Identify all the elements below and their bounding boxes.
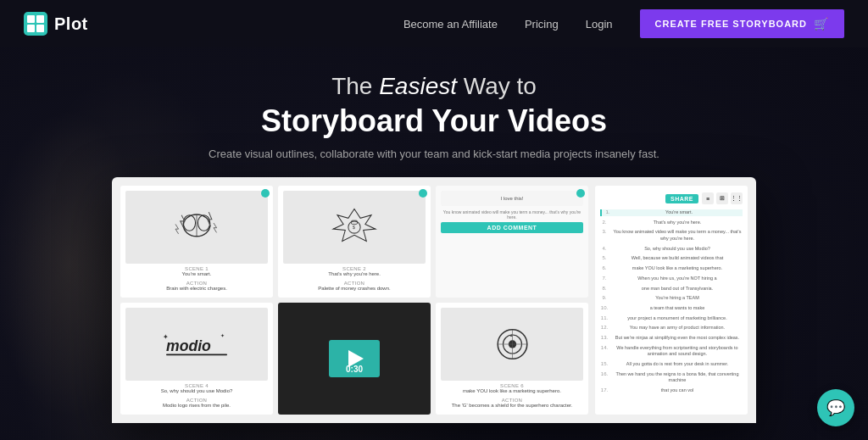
script-line-12: You may have an army of product informat…: [612, 325, 743, 331]
script-item-15: 15. All you gotta do is rest from your d…: [600, 361, 743, 368]
create-storyboard-button[interactable]: CREATE FREE STORYBOARD 🛒: [640, 9, 844, 38]
chat-bubble-button[interactable]: 💬: [817, 389, 854, 426]
hero-title-em: Easiest: [379, 73, 457, 99]
script-num-8: 8.: [600, 286, 609, 291]
script-icons: ≡ ⊞ ⋮⋮: [702, 192, 743, 204]
script-item-14: 14. We handle everything from scriptwrit…: [600, 345, 743, 358]
script-item-12: 12. You may have an army of product info…: [600, 325, 743, 331]
script-line-6: make YOU look like a marketing superhero…: [612, 265, 743, 272]
script-num-11: 11.: [600, 315, 609, 320]
superhero-icon: ▲: [489, 324, 536, 365]
story-cell-6: ▲ SCENE 6 make YOU look like a marketing…: [436, 303, 588, 415]
script-line-10: a team that wants to make: [612, 305, 743, 312]
cell-1-text: You're smart.: [125, 271, 268, 278]
comment-bubble: I love this!: [441, 191, 583, 206]
machine-icon: $: [329, 206, 380, 248]
script-num-9: 9.: [600, 295, 609, 300]
script-num-12: 12.: [600, 325, 609, 330]
cart-icon: 🛒: [814, 17, 829, 31]
script-item-6: 6. make YOU look like a marketing superh…: [600, 265, 743, 272]
script-line-7: When you hire us, you're NOT hiring a: [612, 276, 743, 282]
cell-6-action-text: The 'G' becomes a shield for the superhe…: [441, 403, 583, 409]
script-list: 1. You're smart. 2. That's why you're he…: [600, 209, 743, 394]
nav-pricing-link[interactable]: Pricing: [525, 18, 559, 31]
dashboard-preview: SCENE 1 You're smart. ACTION Brain with …: [112, 177, 756, 423]
script-num-16: 16.: [600, 371, 609, 376]
svg-text:modio: modio: [166, 338, 211, 355]
script-line-8: one man band out of Transylvania.: [612, 286, 743, 292]
script-header: SHARE ≡ ⊞ ⋮⋮: [600, 192, 743, 204]
script-item-8: 8. one man band out of Transylvania.: [600, 286, 743, 292]
script-item-11: 11. your project a monument of marketing…: [600, 315, 743, 322]
add-comment-button[interactable]: ADD COMMENT: [441, 222, 583, 233]
script-item-1: 1. You're smart.: [600, 209, 743, 216]
script-item-2: 2. That's why you're here.: [600, 220, 743, 226]
nav-affiliate-link[interactable]: Become an Affiliate: [403, 18, 498, 31]
svg-text:✦: ✦: [163, 333, 169, 341]
script-num-1: 1.: [604, 209, 612, 214]
logo[interactable]: Plot: [24, 12, 88, 36]
hero-title-line1: The Easiest Way to: [0, 73, 868, 100]
logo-dot-1: [27, 15, 35, 23]
grid-view-icon[interactable]: ⊞: [716, 192, 728, 204]
script-line-16: Then we hand you the reigns to a bona fi…: [612, 371, 743, 384]
cell-1-image: [125, 191, 268, 264]
script-num-15: 15.: [600, 361, 609, 366]
script-num-14: 14.: [600, 345, 609, 350]
script-item-7: 7. When you hire us, you're NOT hiring a: [600, 276, 743, 282]
logo-icon: [24, 12, 47, 36]
story-cell-5: 0:30: [278, 303, 431, 415]
cell-4-action-text: Modio logo rises from the pile.: [125, 403, 268, 409]
script-line-11: your project a monument of marketing bri…: [612, 315, 743, 322]
story-cell-3: I love this! You know animated video wil…: [436, 186, 588, 298]
cell-2-image: $: [283, 191, 426, 264]
cell-4-text: So, why should you use Modio?: [125, 388, 268, 395]
script-num-6: 6.: [600, 265, 609, 270]
script-num-7: 7.: [600, 276, 609, 281]
script-line-15: All you gotta do is rest from your desk …: [612, 361, 743, 368]
script-item-3: 3. You know animated video will make you…: [600, 229, 743, 242]
svg-text:▲: ▲: [509, 332, 513, 337]
storyboard-grid: SCENE 1 You're smart. ACTION Brain with …: [120, 186, 588, 415]
nav-login-link[interactable]: Login: [586, 18, 613, 31]
video-duration: 0:30: [346, 365, 363, 374]
script-num-4: 4.: [600, 246, 609, 251]
script-line-3: You know animated video will make you te…: [612, 229, 743, 242]
cell-badge-3: [576, 189, 585, 198]
cell-4-image: modio ✦ ✦: [125, 308, 268, 381]
script-item-9: 9. You're hiring a TEAM: [600, 295, 743, 302]
share-badge[interactable]: SHARE: [665, 194, 698, 203]
script-line-1: You're smart.: [615, 209, 743, 216]
comment-subtext: You know animated video will make you te…: [441, 209, 583, 220]
logo-dot-4: [36, 25, 44, 32]
story-cell-2: $ SCENE 2 That's why you're here. ACTION…: [278, 186, 431, 298]
cta-label: CREATE FREE STORYBOARD: [655, 19, 807, 29]
navbar: Plot Become an Affiliate Pricing Login C…: [0, 0, 868, 47]
script-line-2: That's why you're here.: [612, 220, 743, 226]
chat-icon: 💬: [826, 398, 845, 417]
cell-6-image: ▲: [441, 308, 583, 381]
hero-title-line2: Storyboard Your Videos: [0, 103, 868, 139]
cell-2-text: That's why you're here.: [283, 271, 426, 278]
logo-text: Plot: [54, 14, 88, 34]
svg-text:✦: ✦: [220, 333, 225, 339]
nav-links: Become an Affiliate Pricing Login CREATE…: [403, 9, 844, 38]
dashboard-inner: SCENE 1 You're smart. ACTION Brain with …: [120, 186, 748, 415]
script-num-2: 2.: [600, 220, 609, 225]
logo-dot-2: [36, 15, 44, 23]
script-line-5: Well, because we build animated videos t…: [612, 255, 743, 262]
modio-icon: modio ✦ ✦: [163, 326, 231, 363]
hero-subtitle: Create visual outlines, collaborate with…: [0, 148, 868, 160]
script-panel: SHARE ≡ ⊞ ⋮⋮ 1. You're smart. 2. That's …: [595, 186, 748, 415]
svg-point-1: [183, 215, 195, 231]
cell-badge-1: [261, 189, 270, 198]
script-item-16: 16. Then we hand you the reigns to a bon…: [600, 371, 743, 384]
list-view-icon[interactable]: ≡: [702, 192, 714, 204]
script-line-9: You're hiring a TEAM: [612, 295, 743, 302]
svg-text:$: $: [353, 225, 356, 230]
hero-section: The Easiest Way to Storyboard Your Video…: [0, 47, 868, 423]
settings-icon[interactable]: ⋮⋮: [731, 192, 743, 204]
cell-2-action-text: Palette of money crashes down.: [283, 286, 426, 292]
cell-1-action-text: Brain with electric charges.: [125, 286, 268, 292]
script-num-13: 13.: [600, 335, 609, 340]
